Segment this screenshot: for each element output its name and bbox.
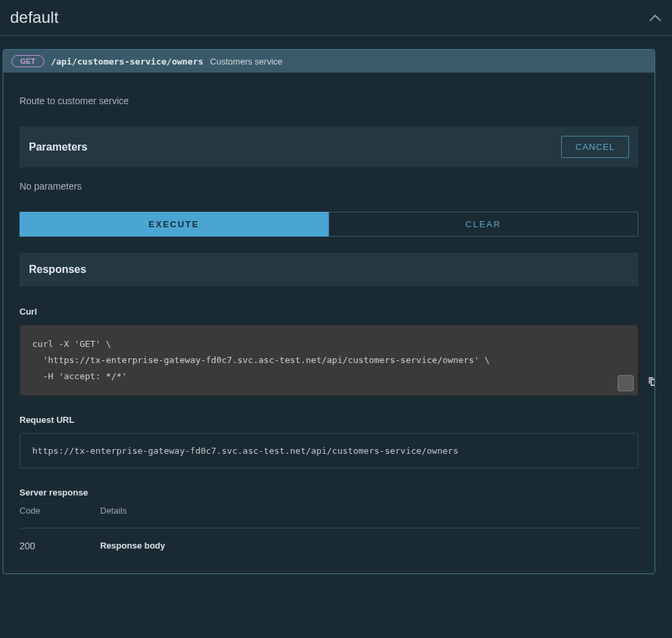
section-header[interactable]: default (0, 0, 672, 36)
details-column-header: Details (100, 506, 638, 516)
action-buttons: Execute Clear (19, 212, 638, 237)
clear-button-label: Clear (466, 219, 501, 229)
code-column-header: Code (19, 506, 100, 516)
parameters-header: Parameters Cancel (19, 126, 638, 167)
response-details: Response body (100, 541, 638, 557)
response-body-label: Response body (100, 541, 638, 551)
chevron-up-icon (648, 13, 662, 22)
http-method-badge: GET (11, 55, 44, 67)
status-code: 200 (19, 541, 100, 557)
execute-button[interactable]: Execute (19, 212, 329, 237)
responses-heading: Responses (29, 264, 629, 276)
request-url-label: Request URL (19, 415, 638, 425)
endpoint-path: /api/customers-service/owners (51, 56, 204, 67)
endpoint-summary: Customers service (210, 56, 283, 67)
curl-label: Curl (19, 307, 638, 317)
curl-code-block: curl -X 'GET' \ 'https://tx-enterprise-g… (19, 325, 638, 396)
operation-header[interactable]: GET /api/customers-service/owners Custom… (3, 50, 655, 73)
clear-button[interactable]: Clear (329, 212, 639, 237)
operation-block: GET /api/customers-service/owners Custom… (3, 49, 655, 574)
execute-button-label: Execute (149, 219, 199, 229)
copy-curl-button[interactable] (618, 375, 634, 391)
request-url-text: https://tx-enterprise-gateway-fd0c7.svc.… (32, 446, 458, 456)
no-parameters-message: No parameters (19, 181, 638, 192)
server-response-label: Server response (19, 487, 638, 497)
operation-description: Route to customer service (19, 95, 638, 106)
parameters-heading: Parameters (29, 141, 87, 153)
request-url-block: https://tx-enterprise-gateway-fd0c7.svc.… (19, 433, 638, 469)
section-title: default (10, 8, 58, 27)
responses-header: Responses (19, 253, 638, 286)
operation-body: Route to customer service Parameters Can… (3, 73, 655, 573)
cancel-button-label: Cancel (575, 142, 615, 152)
curl-command-text: curl -X 'GET' \ 'https://tx-enterprise-g… (32, 339, 490, 381)
clipboard-icon (595, 359, 655, 407)
response-row: 200 Response body (19, 528, 638, 557)
response-table-header: Code Details (19, 506, 638, 516)
cancel-button[interactable]: Cancel (561, 136, 629, 158)
